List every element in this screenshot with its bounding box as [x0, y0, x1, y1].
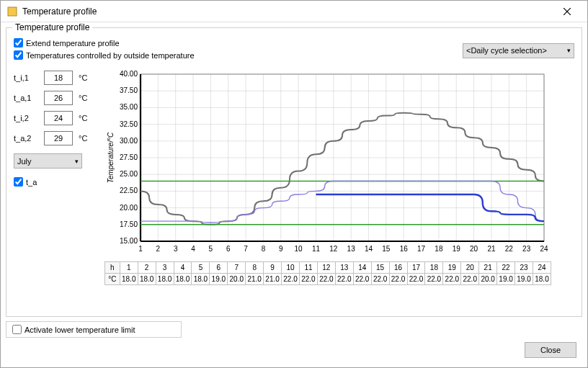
svg-text:22: 22: [505, 245, 514, 253]
table-hour-cell: 2: [138, 262, 156, 274]
table-hour-cell: 6: [210, 262, 228, 274]
dialog-body: Temperature profile Extend temperature p…: [1, 22, 587, 367]
groupbox-temperature-profile: Temperature profile Extend temperature p…: [6, 27, 582, 317]
ta-label: t_a: [26, 178, 37, 187]
temperature-chart: 15.0017.5020.0022.5025.0027.5030.0032.50…: [104, 70, 551, 259]
ta1-row: t_a,1 °C: [14, 90, 99, 106]
table-temp-cell: 22.0: [425, 274, 443, 285]
table-temp-cell: 18.0: [192, 274, 210, 285]
svg-text:15.00: 15.00: [120, 237, 138, 245]
table-hour-cell: 8: [246, 262, 264, 274]
titlebar: Temperature profile: [1, 1, 587, 22]
dialog-window: Temperature profile Temperature profile …: [0, 0, 588, 368]
ta2-label: t_a,2: [14, 134, 40, 143]
lower-limit-label: Activate lower temperature limit: [24, 326, 135, 334]
ti2-row: t_i,2 °C: [14, 110, 99, 126]
controlled-by-outside-label: Temperatures controlled by outside tempe…: [26, 51, 195, 60]
chevron-down-icon: ▾: [75, 158, 79, 165]
table-hour-cell: 17: [407, 262, 425, 274]
table-temp-cell: 19.0: [515, 274, 533, 285]
app-icon: [6, 6, 18, 17]
svg-text:4: 4: [191, 245, 195, 253]
controlled-by-outside-input[interactable]: [14, 50, 23, 60]
ta-checkbox[interactable]: t_a: [14, 177, 99, 187]
table-hour-cell: 11: [299, 262, 317, 274]
table-hour-cell: 15: [371, 262, 389, 274]
svg-rect-0: [8, 7, 17, 16]
table-hour-cell: 19: [443, 262, 461, 274]
svg-text:13: 13: [347, 245, 356, 253]
ta2-unit: °C: [79, 134, 87, 143]
table-temp-cell: 22.0: [317, 274, 335, 285]
table-hour-cell: 13: [335, 262, 353, 274]
svg-text:21: 21: [487, 245, 496, 253]
svg-text:11: 11: [312, 245, 321, 253]
close-dialog-button[interactable]: Close: [525, 342, 576, 358]
ti1-input[interactable]: [44, 71, 73, 85]
ta2-row: t_a,2 °C: [14, 130, 99, 146]
table-temp-cell: 20.0: [228, 274, 246, 285]
extend-profile-checkbox[interactable]: Extend temperature profile: [14, 38, 195, 48]
svg-text:24: 24: [540, 245, 548, 253]
table-temp-cell: 18.0: [533, 274, 551, 285]
svg-text:20.00: 20.00: [120, 204, 138, 212]
table-hour-cell: 10: [282, 262, 300, 274]
table-hour-cell: 20: [461, 262, 479, 274]
ta-input[interactable]: [14, 177, 23, 187]
table-hour-cell: 21: [479, 262, 497, 274]
ti1-label: t_i,1: [14, 73, 40, 82]
table-temp-cell: 22.0: [389, 274, 407, 285]
close-button[interactable]: [553, 1, 582, 22]
table-temp-cell: 22.0: [282, 274, 300, 285]
table-hours-header: h: [105, 262, 120, 274]
table-hour-cell: 9: [264, 262, 282, 274]
controlled-by-outside-checkbox[interactable]: Temperatures controlled by outside tempe…: [14, 50, 195, 60]
table-hour-cell: 3: [156, 262, 174, 274]
options-row: Extend temperature profile Temperatures …: [14, 38, 574, 63]
ta2-input[interactable]: [44, 131, 73, 145]
table-temp-cell: 20.0: [479, 274, 497, 285]
month-dropdown[interactable]: July ▾: [14, 153, 82, 169]
svg-text:8: 8: [262, 245, 266, 253]
ti1-row: t_i,1 °C: [14, 70, 99, 86]
ti2-input[interactable]: [44, 111, 73, 125]
svg-text:10: 10: [295, 245, 303, 253]
table-temp-cell: 18.0: [174, 274, 192, 285]
svg-text:22.50: 22.50: [120, 187, 138, 194]
svg-text:30.00: 30.00: [120, 137, 138, 145]
svg-text:17.50: 17.50: [120, 220, 138, 228]
table-temp-cell: 22.0: [461, 274, 479, 285]
table-temp-cell: 18.0: [156, 274, 174, 285]
svg-text:2: 2: [156, 245, 161, 253]
close-dialog-label: Close: [540, 346, 561, 354]
svg-text:32.50: 32.50: [120, 120, 138, 128]
svg-text:6: 6: [226, 245, 231, 253]
table-temp-cell: 18.0: [138, 274, 156, 285]
footer: Close: [6, 338, 582, 362]
table-temp-cell: 22.0: [371, 274, 389, 285]
svg-text:40.00: 40.00: [120, 70, 138, 78]
table-hour-cell: 1: [120, 262, 138, 274]
table-temp-cell: 21.0: [246, 274, 264, 285]
daily-cycle-dropdown[interactable]: <Daily cycle selection> ▾: [463, 43, 574, 58]
table-temp-cell: 22.0: [335, 274, 353, 285]
month-label: July: [17, 157, 32, 166]
extend-profile-input[interactable]: [14, 38, 23, 48]
content-row: t_i,1 °C t_a,1 °C t_i,2 °C: [14, 70, 574, 285]
chart-column: 15.0017.5020.0022.5025.0027.5030.0032.50…: [104, 70, 574, 285]
close-icon: [564, 8, 571, 15]
lower-limit-checkbox[interactable]: Activate lower temperature limit: [6, 321, 182, 338]
svg-text:Temperature/°C: Temperature/°C: [107, 132, 115, 183]
table-hour-cell: 12: [317, 262, 335, 274]
table-hour-cell: 7: [228, 262, 246, 274]
ta1-input[interactable]: [44, 91, 73, 105]
lower-limit-input[interactable]: [12, 325, 22, 334]
table-temp-cell: 22.0: [353, 274, 371, 285]
table-hour-cell: 4: [174, 262, 192, 274]
chevron-down-icon: ▾: [567, 47, 571, 54]
group-title: Temperature profile: [12, 22, 92, 32]
table-hour-cell: 23: [515, 262, 533, 274]
left-column: t_i,1 °C t_a,1 °C t_i,2 °C: [14, 70, 99, 285]
svg-text:14: 14: [365, 245, 373, 253]
ti1-unit: °C: [79, 73, 87, 82]
